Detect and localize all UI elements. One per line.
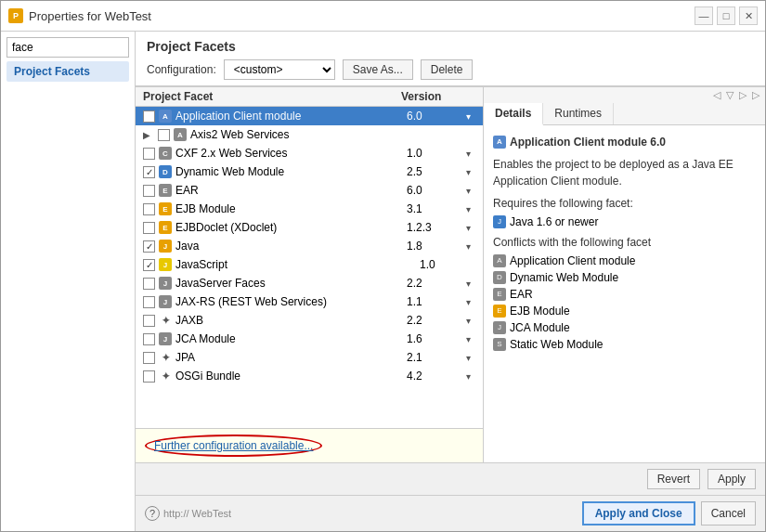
config-label: Configuration: xyxy=(147,63,216,76)
facet-icon-java: J xyxy=(159,240,172,253)
apply-close-button[interactable]: Apply and Close xyxy=(582,501,695,526)
conflicts-text-3: EJB Module xyxy=(510,305,570,318)
requires-item-java: J Java 1.6 or newer xyxy=(493,214,756,230)
facet-row-axis2[interactable]: ▶ A Axis2 Web Services xyxy=(136,125,483,144)
apply-button[interactable]: Apply xyxy=(708,469,756,489)
facet-row-java[interactable]: J Java 1.8 ▾ xyxy=(136,237,483,255)
facet-version-jaxrs: 1.1 xyxy=(407,295,462,308)
facet-icon-ejbdoclet: E xyxy=(159,221,172,234)
facet-version-jca: 1.6 xyxy=(407,332,462,345)
fwd-alt-arrow[interactable]: ▷ xyxy=(750,89,761,101)
facet-arrow-jaxb: ▾ xyxy=(466,316,475,326)
revert-button[interactable]: Revert xyxy=(647,469,700,489)
facet-name-jca: JCA Module xyxy=(175,332,403,345)
conflicts-item-2: E EAR xyxy=(493,286,756,303)
facets-list[interactable]: A Application Client module 6.0 ▾ ▶ A Ax… xyxy=(136,107,483,428)
conflicts-label: Conflicts with the following facet xyxy=(493,236,756,249)
expand-axis2-icon[interactable]: ▶ xyxy=(143,130,154,140)
facet-name-jaxb: JAXB xyxy=(175,314,403,327)
further-config-link[interactable]: Further configuration available... xyxy=(154,439,313,452)
facet-row-jpa[interactable]: ✦ JPA 2.1 ▾ xyxy=(136,348,483,367)
facet-version-jsf: 2.2 xyxy=(407,277,462,290)
facet-row-application-client[interactable]: A Application Client module 6.0 ▾ xyxy=(136,107,483,125)
facet-name-javascript: JavaScript xyxy=(175,258,416,271)
col-header-version: Version xyxy=(401,90,475,103)
details-title: A Application Client module 6.0 xyxy=(493,133,756,149)
facet-checkbox-dynamic-web[interactable] xyxy=(143,166,155,178)
cancel-button[interactable]: Cancel xyxy=(701,501,756,526)
facet-row-ejb[interactable]: E EJB Module 3.1 ▾ xyxy=(136,200,483,218)
facet-checkbox-application-client[interactable] xyxy=(143,110,155,123)
conflicts-icon-2: E xyxy=(493,288,506,301)
facet-name-ear: EAR xyxy=(175,184,403,197)
back-arrow[interactable]: ◁ xyxy=(711,89,722,101)
title-bar: P Properties for WebTest — □ ✕ xyxy=(1,1,765,32)
facet-checkbox-javascript[interactable] xyxy=(143,259,155,271)
search-input[interactable] xyxy=(6,37,129,58)
facet-version-ear: 6.0 xyxy=(407,184,462,197)
delete-button[interactable]: Delete xyxy=(421,59,474,80)
bottom-right-buttons: Apply and Close Cancel xyxy=(582,501,756,526)
facet-row-cxf[interactable]: C CXF 2.x Web Services 1.0 ▾ xyxy=(136,144,483,162)
facet-version-ejb: 3.1 xyxy=(407,202,462,215)
facet-checkbox-ejb[interactable] xyxy=(143,203,155,215)
conflicts-icon-5: S xyxy=(493,338,506,351)
maximize-button[interactable]: □ xyxy=(717,6,735,25)
facet-checkbox-jca[interactable] xyxy=(143,333,155,345)
facet-checkbox-axis2[interactable] xyxy=(158,129,170,141)
details-content: A Application Client module 6.0 Enables … xyxy=(484,125,765,462)
tab-runtimes[interactable]: Runtimes xyxy=(543,103,614,124)
facet-name-jsf: JavaServer Faces xyxy=(175,277,403,290)
facet-row-dynamic-web[interactable]: D Dynamic Web Module 2.5 ▾ xyxy=(136,162,483,181)
facet-checkbox-ear[interactable] xyxy=(143,185,155,197)
facet-arrow-ear: ▾ xyxy=(466,186,475,196)
fwd-arrow[interactable]: ▷ xyxy=(737,89,748,101)
sidebar-item-project-facets[interactable]: Project Facets xyxy=(6,61,129,82)
save-as-button[interactable]: Save As... xyxy=(343,59,413,80)
bottom-bar: ? http:// WebTest Apply and Close Cancel xyxy=(136,495,765,531)
down-arrow[interactable]: ▽ xyxy=(724,89,735,101)
facet-icon-jaxrs: J xyxy=(159,295,172,308)
facets-table-header: Project Facet Version xyxy=(136,87,483,107)
minimize-button[interactable]: — xyxy=(695,6,713,25)
facet-checkbox-jpa[interactable] xyxy=(143,352,155,364)
status-url: http:// WebTest xyxy=(163,508,231,519)
nav-arrows: ◁ ▽ ▷ ▷ xyxy=(711,89,761,101)
facet-checkbox-ejbdoclet[interactable] xyxy=(143,222,155,234)
facet-arrow-application-client: ▾ xyxy=(466,111,475,122)
facet-row-jaxb[interactable]: ✦ JAXB 2.2 ▾ xyxy=(136,311,483,330)
conflicts-text-5: Static Web Module xyxy=(510,338,604,351)
conflicts-icon-0: A xyxy=(493,254,506,267)
requires-label: Requires the following facet: xyxy=(493,197,756,210)
facet-checkbox-osgi[interactable] xyxy=(143,370,155,383)
facet-checkbox-java[interactable] xyxy=(143,240,155,253)
left-panel: Project Facets xyxy=(1,32,136,531)
facet-version-javascript: 1.0 xyxy=(420,258,475,271)
facet-checkbox-jsf[interactable] xyxy=(143,278,155,290)
configuration-select[interactable]: <custom> xyxy=(224,59,335,80)
details-tabs: Details Runtimes xyxy=(484,103,765,125)
facet-row-jsf[interactable]: J JavaServer Faces 2.2 ▾ xyxy=(136,274,483,292)
facet-icon-jaxb: ✦ xyxy=(159,314,172,327)
facet-checkbox-cxf[interactable] xyxy=(143,148,155,160)
conflicts-icon-4: J xyxy=(493,321,506,334)
tab-details[interactable]: Details xyxy=(484,103,543,125)
facet-row-osgi[interactable]: ✦ OSGi Bundle 4.2 ▾ xyxy=(136,367,483,385)
facet-name-ejb: EJB Module xyxy=(175,202,403,215)
facet-row-ejbdoclet[interactable]: E EJBDoclet (XDoclet) 1.2.3 ▾ xyxy=(136,218,483,237)
facet-checkbox-jaxb[interactable] xyxy=(143,315,155,327)
facet-arrow-jca: ▾ xyxy=(466,334,475,344)
details-title-icon: A xyxy=(493,136,506,149)
facet-row-jca[interactable]: J JCA Module 1.6 ▾ xyxy=(136,330,483,348)
facet-arrow-java: ▾ xyxy=(466,241,475,252)
help-icon[interactable]: ? xyxy=(145,506,160,521)
facet-row-ear[interactable]: E EAR 6.0 ▾ xyxy=(136,181,483,200)
revert-apply-row: Revert Apply xyxy=(136,462,765,495)
facet-row-javascript[interactable]: J JavaScript 1.0 xyxy=(136,255,483,274)
col-header-facet: Project Facet xyxy=(143,90,401,103)
requires-text-java: Java 1.6 or newer xyxy=(510,215,598,228)
details-description: Enables the project to be deployed as a … xyxy=(493,156,756,189)
facet-row-jaxrs[interactable]: J JAX-RS (REST Web Services) 1.1 ▾ xyxy=(136,292,483,311)
close-button[interactable]: ✕ xyxy=(739,6,758,25)
facet-checkbox-jaxrs[interactable] xyxy=(143,296,155,308)
